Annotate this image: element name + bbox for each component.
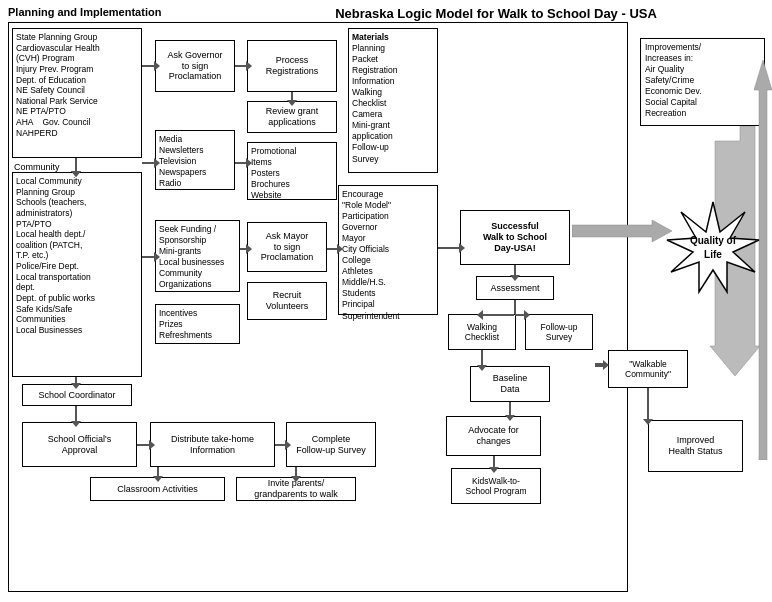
recruit-volunteers-box: RecruitVolunteers [247,282,327,320]
kidswalk-box: KidsWalk-to-School Program [451,468,541,504]
arrow-state-governor [142,65,155,67]
arrow-walklist-baseline [481,350,483,366]
arrow-approval-distribute [137,444,150,446]
classroom-activities-text: Classroom Activities [117,484,198,495]
assessment-text: Assessment [490,283,539,294]
svg-marker-4 [572,220,672,242]
quality-of-life-starburst: Quality of Life [665,200,761,296]
page-container: Planning and Implementation Nebraska Log… [0,0,772,602]
local-community-text: Local CommunityPlanning GroupSchools (te… [16,176,95,335]
school-approval-box: School Official'sApproval [22,422,137,467]
svg-marker-0 [667,202,759,292]
arrow-assess-walklist [514,300,516,314]
process-registrations-box: ProcessRegistrations [247,40,337,92]
distribute-info-text: Distribute take-homeInformation [171,434,254,456]
improved-health-box: ImprovedHealth Status [648,420,743,472]
improvements-box: Improvements/Increases in:Air QualitySaf… [640,38,765,126]
arrow-coord-approval [75,406,77,422]
state-planning-text: State Planning GroupCardiovascular Healt… [16,32,100,138]
ask-governor-box: Ask Governorto signProclamation [155,40,235,92]
local-community-box: Local CommunityPlanning GroupSchools (te… [12,172,142,377]
followup-survey-box: Follow-upSurvey [525,314,593,350]
successful-walk-text: SuccessfulWalk to SchoolDay-USA! [483,221,547,253]
media-box: MediaNewslettersTelevisionNewspapersRadi… [155,130,235,190]
incentives-text: IncentivesPrizesRefreshments [159,308,212,341]
distribute-info-box: Distribute take-homeInformation [150,422,275,467]
complete-followup-text: CompleteFollow-up Survey [296,434,366,456]
state-planning-box: State Planning GroupCardiovascular Healt… [12,28,142,158]
baseline-data-text: BaselineData [493,373,528,395]
arrow-encourage-successful [438,247,460,249]
kidswalk-text: KidsWalk-to-School Program [466,476,527,496]
svg-text:Life: Life [704,249,722,260]
large-right-arrow [572,220,672,242]
arrow-right-walkable [595,360,609,370]
incentives-box: IncentivesPrizesRefreshments [155,304,240,344]
successful-walk-box: SuccessfulWalk to SchoolDay-USA! [460,210,570,265]
header-left: Planning and Implementation [8,6,161,18]
promotional-box: PromotionalItemsPostersBrochuresWebsite [247,142,337,200]
arrow-governor-process [235,65,247,67]
improvements-text: Improvements/Increases in:Air QualitySaf… [645,42,702,118]
improved-health-text: ImprovedHealth Status [668,435,722,457]
arrow-advocate-kidswalk [493,456,495,468]
followup-survey-text: Follow-upSurvey [541,322,578,342]
materials-box: MaterialsPlanningPacketRegistrationInfor… [348,28,438,173]
review-grant-text: Review grantapplications [266,106,319,128]
arrow-approval-classroom [157,467,159,477]
arrow-to-walklist [482,314,514,316]
media-text: MediaNewslettersTelevisionNewspapersRadi… [159,134,206,189]
materials-text: MaterialsPlanningPacketRegistrationInfor… [352,32,397,165]
header-center: Nebraska Logic Model for Walk to School … [230,6,762,21]
arrow-mayor-encourage [327,248,338,250]
arrow-local-funding [142,256,155,258]
seek-funding-box: Seek Funding /SponsorshipMini-grantsLoca… [155,220,240,292]
arrow-media-promotional [235,162,247,164]
arrow-process-review [291,92,293,101]
arrow-community-school [75,377,77,384]
encourage-role-text: Encourage"Role Model"ParticipationGovern… [342,189,400,322]
community-label: Community [14,162,60,172]
ask-governor-text: Ask Governorto signProclamation [167,50,222,82]
svg-text:Quality of: Quality of [690,235,737,246]
school-approval-text: School Official'sApproval [48,434,112,456]
school-coordinator-text: School Coordinator [38,390,115,401]
arrow-distribute-complete [275,444,286,446]
walking-checklist-text: WalkingChecklist [465,322,499,342]
seek-funding-text: Seek Funding /SponsorshipMini-grantsLoca… [159,224,224,290]
svg-marker-5 [595,360,609,370]
ask-mayor-box: Ask Mayorto signProclamation [247,222,327,272]
arrow-local-media [142,162,155,164]
complete-followup-box: CompleteFollow-up Survey [286,422,376,467]
process-registrations-text: ProcessRegistrations [266,55,319,77]
arrow-funding-mayor [240,248,247,250]
arrow-to-followup [515,314,525,316]
advocate-changes-box: Advocate forchanges [446,416,541,456]
arrow-distribute-invite [295,467,297,477]
encourage-role-box: Encourage"Role Model"ParticipationGovern… [338,185,438,315]
recruit-volunteers-text: RecruitVolunteers [266,290,309,312]
advocate-changes-text: Advocate forchanges [468,425,519,447]
baseline-data-box: BaselineData [470,366,550,402]
promotional-text: PromotionalItemsPostersBrochuresWebsite [251,146,296,201]
arrow-baseline-advocate [509,402,511,416]
arrow-vert-left [75,158,77,172]
ask-mayor-text: Ask Mayorto signProclamation [261,231,314,263]
arrow-successful-assessment [514,265,516,276]
